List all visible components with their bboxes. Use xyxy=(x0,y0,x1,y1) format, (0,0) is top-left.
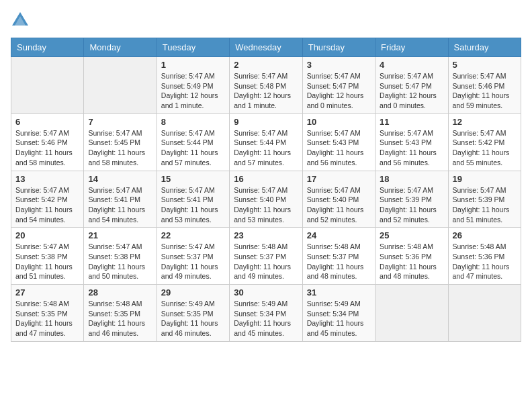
calendar-cell: 16Sunrise: 5:47 AM Sunset: 5:40 PM Dayli… xyxy=(230,171,302,228)
calendar-cell: 22Sunrise: 5:47 AM Sunset: 5:37 PM Dayli… xyxy=(157,228,229,285)
weekday-header: Saturday xyxy=(448,38,521,57)
cell-content: Sunrise: 5:47 AM Sunset: 5:40 PM Dayligh… xyxy=(234,185,298,225)
day-number: 26 xyxy=(453,230,517,240)
cell-content: Sunrise: 5:47 AM Sunset: 5:41 PM Dayligh… xyxy=(88,185,152,225)
day-number: 29 xyxy=(161,287,225,298)
calendar-body: 1Sunrise: 5:47 AM Sunset: 5:49 PM Daylig… xyxy=(11,57,521,342)
cell-content: Sunrise: 5:47 AM Sunset: 5:42 PM Dayligh… xyxy=(15,185,79,225)
cell-content: Sunrise: 5:47 AM Sunset: 5:45 PM Dayligh… xyxy=(88,128,152,168)
logo xyxy=(11,11,32,30)
day-number: 15 xyxy=(161,174,225,184)
calendar-cell: 26Sunrise: 5:48 AM Sunset: 5:36 PM Dayli… xyxy=(448,228,521,285)
day-number: 30 xyxy=(234,287,298,298)
cell-content: Sunrise: 5:48 AM Sunset: 5:37 PM Dayligh… xyxy=(307,242,371,281)
cell-content: Sunrise: 5:47 AM Sunset: 5:44 PM Dayligh… xyxy=(161,128,225,168)
day-number: 22 xyxy=(161,230,225,240)
calendar-cell: 21Sunrise: 5:47 AM Sunset: 5:38 PM Dayli… xyxy=(84,228,157,285)
calendar-cell: 11Sunrise: 5:47 AM Sunset: 5:43 PM Dayli… xyxy=(375,113,448,171)
cell-content: Sunrise: 5:49 AM Sunset: 5:34 PM Dayligh… xyxy=(234,299,298,338)
day-number: 3 xyxy=(307,60,371,70)
cell-content: Sunrise: 5:47 AM Sunset: 5:46 PM Dayligh… xyxy=(15,128,79,168)
calendar-cell: 18Sunrise: 5:47 AM Sunset: 5:39 PM Dayli… xyxy=(375,171,448,228)
calendar-table: SundayMondayTuesdayWednesdayThursdayFrid… xyxy=(11,38,521,342)
cell-content: Sunrise: 5:47 AM Sunset: 5:48 PM Dayligh… xyxy=(234,71,298,111)
logo-icon xyxy=(11,11,30,30)
weekday-header: Tuesday xyxy=(157,38,229,57)
calendar-cell: 6Sunrise: 5:47 AM Sunset: 5:46 PM Daylig… xyxy=(11,113,84,171)
calendar-cell: 20Sunrise: 5:47 AM Sunset: 5:38 PM Dayli… xyxy=(11,228,84,285)
day-number: 1 xyxy=(161,60,225,70)
calendar-week-row: 1Sunrise: 5:47 AM Sunset: 5:49 PM Daylig… xyxy=(11,57,521,114)
cell-content: Sunrise: 5:48 AM Sunset: 5:35 PM Dayligh… xyxy=(88,299,152,338)
day-number: 20 xyxy=(15,230,79,240)
calendar-cell: 13Sunrise: 5:47 AM Sunset: 5:42 PM Dayli… xyxy=(11,171,84,228)
cell-content: Sunrise: 5:47 AM Sunset: 5:41 PM Dayligh… xyxy=(161,185,225,225)
calendar-cell xyxy=(11,57,84,114)
weekday-header: Thursday xyxy=(302,38,375,57)
weekday-header: Friday xyxy=(375,38,448,57)
cell-content: Sunrise: 5:47 AM Sunset: 5:39 PM Dayligh… xyxy=(453,185,517,225)
weekday-header: Monday xyxy=(84,38,157,57)
day-number: 9 xyxy=(234,117,298,127)
cell-content: Sunrise: 5:48 AM Sunset: 5:35 PM Dayligh… xyxy=(15,299,79,338)
day-number: 16 xyxy=(234,174,298,184)
cell-content: Sunrise: 5:48 AM Sunset: 5:37 PM Dayligh… xyxy=(234,242,298,281)
calendar-week-row: 6Sunrise: 5:47 AM Sunset: 5:46 PM Daylig… xyxy=(11,113,521,171)
cell-content: Sunrise: 5:47 AM Sunset: 5:46 PM Dayligh… xyxy=(453,71,517,111)
cell-content: Sunrise: 5:47 AM Sunset: 5:47 PM Dayligh… xyxy=(307,71,371,111)
day-number: 27 xyxy=(15,287,79,298)
calendar-cell: 2Sunrise: 5:47 AM Sunset: 5:48 PM Daylig… xyxy=(230,57,302,114)
calendar-cell: 9Sunrise: 5:47 AM Sunset: 5:44 PM Daylig… xyxy=(230,113,302,171)
calendar-cell: 8Sunrise: 5:47 AM Sunset: 5:44 PM Daylig… xyxy=(157,113,229,171)
cell-content: Sunrise: 5:47 AM Sunset: 5:43 PM Dayligh… xyxy=(380,128,443,168)
cell-content: Sunrise: 5:47 AM Sunset: 5:37 PM Dayligh… xyxy=(161,242,225,281)
calendar-cell: 30Sunrise: 5:49 AM Sunset: 5:34 PM Dayli… xyxy=(230,285,302,342)
calendar-week-row: 13Sunrise: 5:47 AM Sunset: 5:42 PM Dayli… xyxy=(11,171,521,228)
day-number: 18 xyxy=(380,174,443,184)
day-number: 6 xyxy=(15,117,79,127)
calendar-cell: 4Sunrise: 5:47 AM Sunset: 5:47 PM Daylig… xyxy=(375,57,448,114)
cell-content: Sunrise: 5:47 AM Sunset: 5:38 PM Dayligh… xyxy=(88,242,152,281)
cell-content: Sunrise: 5:49 AM Sunset: 5:34 PM Dayligh… xyxy=(307,299,371,338)
calendar-cell: 12Sunrise: 5:47 AM Sunset: 5:42 PM Dayli… xyxy=(448,113,521,171)
calendar-cell: 15Sunrise: 5:47 AM Sunset: 5:41 PM Dayli… xyxy=(157,171,229,228)
weekday-header: Sunday xyxy=(11,38,84,57)
calendar-cell: 25Sunrise: 5:48 AM Sunset: 5:36 PM Dayli… xyxy=(375,228,448,285)
page-header xyxy=(11,11,521,30)
weekday-row: SundayMondayTuesdayWednesdayThursdayFrid… xyxy=(11,38,521,57)
calendar-cell: 24Sunrise: 5:48 AM Sunset: 5:37 PM Dayli… xyxy=(302,228,375,285)
day-number: 7 xyxy=(88,117,152,127)
cell-content: Sunrise: 5:48 AM Sunset: 5:36 PM Dayligh… xyxy=(453,242,517,281)
calendar-cell: 7Sunrise: 5:47 AM Sunset: 5:45 PM Daylig… xyxy=(84,113,157,171)
day-number: 2 xyxy=(234,60,298,70)
day-number: 19 xyxy=(453,174,517,184)
day-number: 17 xyxy=(307,174,371,184)
day-number: 5 xyxy=(453,60,517,70)
day-number: 31 xyxy=(307,287,371,298)
calendar-cell: 17Sunrise: 5:47 AM Sunset: 5:40 PM Dayli… xyxy=(302,171,375,228)
day-number: 8 xyxy=(161,117,225,127)
day-number: 11 xyxy=(380,117,443,127)
calendar-cell: 28Sunrise: 5:48 AM Sunset: 5:35 PM Dayli… xyxy=(84,285,157,342)
cell-content: Sunrise: 5:47 AM Sunset: 5:47 PM Dayligh… xyxy=(380,71,443,111)
calendar-header: SundayMondayTuesdayWednesdayThursdayFrid… xyxy=(11,38,521,57)
day-number: 13 xyxy=(15,174,79,184)
calendar-cell: 5Sunrise: 5:47 AM Sunset: 5:46 PM Daylig… xyxy=(448,57,521,114)
calendar-cell xyxy=(84,57,157,114)
calendar-cell: 10Sunrise: 5:47 AM Sunset: 5:43 PM Dayli… xyxy=(302,113,375,171)
day-number: 24 xyxy=(307,230,371,240)
day-number: 23 xyxy=(234,230,298,240)
cell-content: Sunrise: 5:47 AM Sunset: 5:40 PM Dayligh… xyxy=(307,185,371,225)
calendar-cell: 19Sunrise: 5:47 AM Sunset: 5:39 PM Dayli… xyxy=(448,171,521,228)
day-number: 25 xyxy=(380,230,443,240)
cell-content: Sunrise: 5:49 AM Sunset: 5:35 PM Dayligh… xyxy=(161,299,225,338)
cell-content: Sunrise: 5:47 AM Sunset: 5:44 PM Dayligh… xyxy=(234,128,298,168)
cell-content: Sunrise: 5:47 AM Sunset: 5:39 PM Dayligh… xyxy=(380,185,443,225)
calendar-cell: 14Sunrise: 5:47 AM Sunset: 5:41 PM Dayli… xyxy=(84,171,157,228)
cell-content: Sunrise: 5:47 AM Sunset: 5:42 PM Dayligh… xyxy=(453,128,517,168)
calendar-cell: 29Sunrise: 5:49 AM Sunset: 5:35 PM Dayli… xyxy=(157,285,229,342)
day-number: 4 xyxy=(380,60,443,70)
day-number: 12 xyxy=(453,117,517,127)
calendar-cell xyxy=(375,285,448,342)
calendar-cell xyxy=(448,285,521,342)
